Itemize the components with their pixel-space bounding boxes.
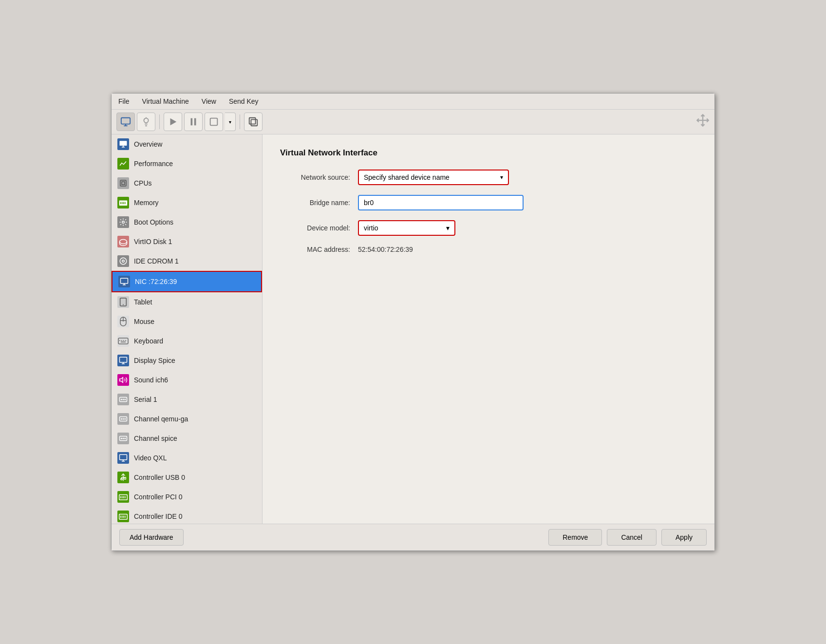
svg-rect-8 — [210, 118, 218, 126]
network-source-dropdown[interactable]: Specify shared device name ▾ — [358, 170, 509, 185]
sidebar-item-cpus[interactable]: CPUs — [112, 173, 262, 193]
sidebar-item-channel-qemu-ga[interactable]: Channel qemu-ga — [112, 409, 262, 429]
menu-virtual-machine[interactable]: Virtual Machine — [140, 96, 191, 106]
sidebar-label-controller-usb0: Controller USB 0 — [134, 474, 185, 481]
menubar: File Virtual Machine View Send Key — [112, 94, 714, 110]
sidebar-item-channel-spice[interactable]: Channel spice — [112, 429, 262, 448]
network-source-value: Specify shared device name — [364, 173, 450, 181]
svg-rect-9 — [249, 118, 256, 124]
toolbar-sep2 — [240, 114, 240, 129]
network-source-row: Network source: Specify shared device na… — [280, 170, 697, 185]
sidebar-item-memory[interactable]: Memory — [112, 193, 262, 212]
sidebar-item-ide-cdrom[interactable]: IDE CDROM 1 — [112, 251, 262, 271]
sidebar-item-controller-ide0[interactable]: Controller IDE 0 — [112, 507, 262, 524]
svg-point-3 — [144, 118, 148, 123]
sound-icon — [117, 374, 129, 386]
svg-rect-41 — [120, 357, 127, 362]
toolbar-stop-dropdown[interactable]: ▾ — [225, 113, 236, 131]
menu-file[interactable]: File — [116, 96, 131, 106]
sidebar-label-virtio-disk: VirtIO Disk 1 — [134, 238, 172, 246]
sidebar-label-cpus: CPUs — [134, 179, 152, 187]
controller-usb0-icon — [117, 472, 129, 483]
sidebar-item-display-spice[interactable]: Display Spice — [112, 351, 262, 370]
sidebar-label-channel-qemu-ga: Channel qemu-ga — [134, 415, 188, 423]
apply-button[interactable]: Apply — [661, 529, 707, 546]
svg-point-25 — [120, 258, 127, 265]
sidebar-item-video-qxl[interactable]: Video QXL — [112, 448, 262, 468]
svg-marker-5 — [170, 118, 177, 126]
toolbar-play-button[interactable] — [164, 113, 182, 131]
sidebar-label-channel-spice: Channel spice — [134, 435, 177, 442]
device-model-row: Device model: virtio ▾ — [280, 220, 697, 236]
overview-icon — [117, 138, 129, 150]
sidebar-item-tablet[interactable]: Tablet — [112, 292, 262, 312]
controller-ide0-icon — [117, 511, 129, 522]
sidebar-label-video-qxl: Video QXL — [134, 454, 167, 462]
cancel-button[interactable]: Cancel — [607, 529, 657, 546]
toolbar-pause-button[interactable] — [184, 113, 203, 131]
svg-point-48 — [125, 399, 126, 400]
sidebar-label-nic: NIC :72:26:39 — [135, 278, 177, 285]
svg-point-46 — [121, 399, 122, 400]
svg-point-50 — [121, 418, 122, 419]
video-qxl-icon — [117, 452, 129, 464]
svg-rect-27 — [121, 278, 128, 284]
content-panel: Virtual Network Interface Network source… — [263, 134, 714, 524]
toolbar-stop-button[interactable] — [205, 113, 223, 131]
sidebar-item-virtio-disk[interactable]: VirtIO Disk 1 — [112, 232, 262, 251]
sidebar-item-boot-options[interactable]: Boot Options — [112, 212, 262, 232]
bridge-name-input[interactable] — [358, 195, 524, 210]
sidebar-label-overview: Overview — [134, 140, 162, 148]
sidebar-item-keyboard[interactable]: Keyboard — [112, 331, 262, 351]
menu-send-key[interactable]: Send Key — [227, 96, 261, 106]
sidebar-item-sound-ich6[interactable]: Sound ich6 — [112, 370, 262, 390]
sidebar-item-mouse[interactable]: Mouse — [112, 312, 262, 331]
bridge-name-row: Bridge name: — [280, 195, 697, 210]
toolbar-clone-button[interactable] — [244, 113, 263, 131]
svg-rect-16 — [120, 180, 126, 186]
display-spice-icon — [117, 355, 129, 366]
sidebar-label-boot-options: Boot Options — [134, 218, 173, 226]
memory-icon — [117, 197, 129, 208]
sidebar-label-serial1: Serial 1 — [134, 396, 157, 403]
svg-rect-6 — [191, 118, 193, 126]
sidebar-label-ide-cdrom: IDE CDROM 1 — [134, 257, 179, 265]
toolbar: ▾ — [112, 110, 714, 134]
sidebar-item-controller-pci0[interactable]: Controller PCI 0 — [112, 487, 262, 507]
svg-point-55 — [123, 438, 124, 439]
channel-spice-icon — [117, 433, 129, 444]
toolbar-move-icon — [696, 114, 710, 130]
device-model-label: Device model: — [280, 224, 358, 232]
svg-point-23 — [122, 221, 125, 224]
sidebar-item-performance[interactable]: Performance — [112, 154, 262, 173]
svg-rect-13 — [120, 141, 127, 146]
sidebar-item-overview[interactable]: Overview — [112, 134, 262, 154]
footer-buttons: Remove Cancel Apply — [548, 529, 707, 546]
cpu-icon — [117, 177, 129, 189]
toolbar-bulb-button[interactable] — [137, 113, 155, 131]
cdrom-icon — [117, 255, 129, 267]
add-hardware-button[interactable]: Add Hardware — [119, 529, 184, 546]
svg-rect-10 — [251, 119, 257, 126]
svg-point-47 — [123, 399, 124, 400]
sidebar-item-nic[interactable]: NIC :72:26:39 — [112, 271, 262, 292]
sidebar-item-controller-usb0[interactable]: Controller USB 0 — [112, 468, 262, 487]
sidebar-label-tablet: Tablet — [134, 298, 152, 306]
mac-address-label: MAC address: — [280, 246, 358, 253]
device-model-dropdown[interactable]: virtio ▾ — [358, 220, 455, 236]
bridge-name-label: Bridge name: — [280, 199, 358, 207]
remove-button[interactable]: Remove — [548, 529, 602, 546]
svg-rect-65 — [124, 477, 126, 479]
sidebar-label-controller-pci0: Controller PCI 0 — [134, 493, 183, 501]
network-source-label: Network source: — [280, 173, 358, 181]
svg-point-56 — [125, 438, 126, 439]
svg-rect-0 — [121, 118, 130, 124]
sidebar-item-serial1[interactable]: Serial 1 — [112, 390, 262, 409]
sidebar-label-memory: Memory — [134, 199, 159, 207]
tablet-icon — [117, 296, 129, 308]
toolbar-monitor-button[interactable] — [116, 113, 135, 131]
svg-marker-44 — [120, 378, 123, 383]
mac-address-row: MAC address: 52:54:00:72:26:39 — [280, 246, 697, 253]
menu-view[interactable]: View — [200, 96, 218, 106]
keyboard-icon — [117, 335, 129, 347]
